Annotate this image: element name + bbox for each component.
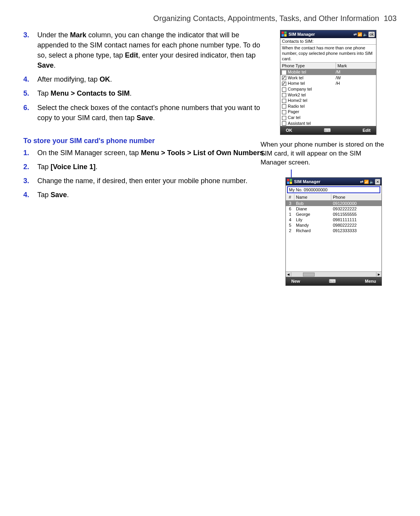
mark-value xyxy=(336,109,374,114)
contact-index: 1 xyxy=(286,212,294,217)
col-phone-type: Phone Type xyxy=(280,63,336,69)
checkbox[interactable] xyxy=(282,82,286,86)
checkbox[interactable] xyxy=(282,76,286,80)
phone-type-row[interactable]: Work2 tel xyxy=(280,92,376,98)
softkey-left[interactable]: New xyxy=(291,279,300,283)
phone-type-label: Pager xyxy=(288,109,299,114)
contact-name: Lily xyxy=(294,217,331,222)
phone-type-label: Work tel xyxy=(288,75,303,80)
step-item: 2.Tap [Voice Line 1]. xyxy=(37,162,271,172)
checkbox[interactable] xyxy=(282,104,286,108)
step-number: 5. xyxy=(23,88,29,98)
checkbox[interactable] xyxy=(282,87,286,92)
subtitle: Contacts to SIM: xyxy=(280,38,376,45)
scroll-right-icon[interactable]: ► xyxy=(376,272,382,276)
col-index: # xyxy=(286,194,294,200)
phone-type-row[interactable]: Radio tel xyxy=(280,103,376,109)
contact-index: 2 xyxy=(286,228,294,233)
col-mark: Mark xyxy=(336,63,376,69)
contact-index: 6 xyxy=(286,206,294,212)
sync-icon: ⇄ xyxy=(360,180,363,184)
phone-type-label: Home tel xyxy=(288,81,305,86)
chapter-title: Organizing Contacts, Appointments, Tasks… xyxy=(153,14,379,23)
window-title: SIM Manager xyxy=(289,32,352,37)
contact-row[interactable]: 4Lily0981111111 xyxy=(286,217,382,222)
contact-row[interactable]: 3Bob0912000000 xyxy=(286,201,382,206)
step-number: 1. xyxy=(23,148,29,158)
contact-row[interactable]: 2Richard0912333333 xyxy=(286,228,382,233)
step-number: 4. xyxy=(23,190,29,200)
step-item: 3.Change the name, if desired, then ente… xyxy=(37,176,271,186)
contact-name: Mandy xyxy=(294,222,331,228)
step-number: 3. xyxy=(23,30,29,40)
contact-name: Bob xyxy=(294,201,331,206)
contact-name: Richard xyxy=(294,228,331,233)
checkbox[interactable] xyxy=(282,99,286,103)
contact-phone: 0932222222 xyxy=(331,206,382,212)
section-title: To store your SIM card's phone number xyxy=(23,136,271,145)
contact-phone: 0912000000 xyxy=(331,201,382,206)
contact-phone: 0911555555 xyxy=(331,212,382,217)
phone-type-row[interactable]: Assistant tel xyxy=(280,121,376,126)
phone-type-row[interactable]: Company tel xyxy=(280,86,376,92)
step-number: 2. xyxy=(23,162,29,172)
phone-type-row[interactable]: Home2 tel xyxy=(280,98,376,103)
contact-index: 3 xyxy=(286,201,294,206)
keyboard-icon[interactable]: ⌨ xyxy=(324,128,331,133)
phone-type-label: Car tel xyxy=(288,115,300,120)
softkey-bar: OK ⌨ Edit xyxy=(280,126,376,135)
step-item: 4.Tap Save. xyxy=(37,190,271,200)
scroll-left-icon[interactable]: ◄ xyxy=(286,272,291,276)
step-number: 6. xyxy=(23,103,29,113)
phone-type-rows: Mobile tel/MWork tel/WHome tel/HCompany … xyxy=(280,69,376,126)
contact-name: Diane xyxy=(294,206,331,212)
phone-type-label: Work2 tel xyxy=(288,93,306,97)
close-button[interactable]: ✕ xyxy=(375,179,380,185)
steps-list-b: 1.On the SIM Manager screen, tap Menu > … xyxy=(23,148,271,200)
contact-row[interactable]: 5Mandy0980222222 xyxy=(286,222,382,228)
table-header: # Name Phone xyxy=(286,194,382,201)
softkey-left[interactable]: OK xyxy=(286,128,292,133)
col-name: Name xyxy=(294,194,331,200)
mark-value: /H xyxy=(336,81,374,86)
contact-rows: 3Bob09120000006Diane09322222221George091… xyxy=(286,201,382,271)
checkbox[interactable] xyxy=(282,121,286,126)
checkbox[interactable] xyxy=(282,110,286,114)
mark-value xyxy=(336,98,374,103)
checkbox[interactable] xyxy=(282,93,286,97)
scrollbar[interactable]: ◄ ► xyxy=(286,271,382,277)
softkey-right[interactable]: Menu xyxy=(365,279,376,283)
ok-button[interactable]: ok xyxy=(368,31,375,37)
softkey-bar: New ⌨ Menu xyxy=(286,277,382,285)
own-number-field[interactable]: My No. 0900000000 xyxy=(287,186,380,193)
contact-index: 5 xyxy=(286,222,294,228)
phone-type-label: Company tel xyxy=(288,87,312,91)
page-header: Organizing Contacts, Appointments, Tasks… xyxy=(23,14,397,23)
step-number: 4. xyxy=(23,74,29,84)
contact-row[interactable]: 1George0911555555 xyxy=(286,212,382,217)
step-number: 3. xyxy=(23,176,29,186)
contact-row[interactable]: 6Diane0932222222 xyxy=(286,206,382,212)
contact-phone: 0912333333 xyxy=(331,228,382,233)
phone-type-row[interactable]: Pager xyxy=(280,109,376,115)
col-phone: Phone xyxy=(331,194,382,200)
checkbox[interactable] xyxy=(282,70,286,75)
keyboard-icon[interactable]: ⌨ xyxy=(329,278,336,284)
windows-logo-icon xyxy=(287,179,292,184)
signal-icon: 📶 xyxy=(357,32,362,37)
mark-value xyxy=(336,115,374,120)
contact-phone: 0980222222 xyxy=(331,222,382,228)
screenshot-sim-manager-marks: SIM Manager ⇄ 📶 🔈 ok Contacts to SIM: Wh… xyxy=(280,30,376,135)
column-headers: Phone Type Mark xyxy=(280,63,376,69)
step-item: 4.After modifying, tap OK. xyxy=(37,74,271,84)
phone-type-row[interactable]: Mobile tel/M xyxy=(280,69,376,75)
phone-type-row[interactable]: Car tel xyxy=(280,115,376,121)
steps-list-a: 3.Under the Mark column, you can change … xyxy=(23,30,271,123)
phone-type-row[interactable]: Home tel/H xyxy=(280,80,376,86)
checkbox[interactable] xyxy=(282,116,286,120)
scroll-thumb[interactable] xyxy=(303,273,315,276)
step-item: 3.Under the Mark column, you can change … xyxy=(37,30,271,70)
phone-type-row[interactable]: Work tel/W xyxy=(280,75,376,81)
sync-icon: ⇄ xyxy=(354,32,357,37)
softkey-right[interactable]: Edit xyxy=(362,128,371,133)
